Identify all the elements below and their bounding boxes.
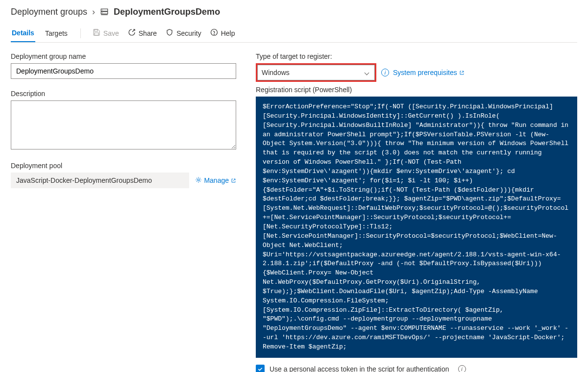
desc-label: Description	[11, 90, 236, 98]
svg-rect-1	[101, 11, 108, 14]
share-label: Share	[139, 29, 157, 37]
share-icon	[128, 28, 136, 38]
pat-checkbox[interactable]	[256, 365, 265, 372]
manage-link[interactable]: Manage	[195, 176, 236, 185]
script-label: Registration script (PowerShell)	[256, 86, 577, 94]
svg-point-8	[214, 34, 214, 35]
share-button[interactable]: Share	[128, 28, 157, 38]
external-link-icon	[231, 178, 236, 183]
name-label: Deployment group name	[11, 52, 236, 60]
help-button[interactable]: Help	[210, 28, 235, 38]
toolbar: Details Targets Save Share Security Help	[11, 24, 577, 43]
pat-label: Use a personal access token in the scrip…	[270, 365, 449, 372]
pool-value: JavaScript-Docker-DeploymentGroupsDemo	[11, 173, 189, 188]
info-icon: i	[381, 69, 389, 76]
security-button[interactable]: Security	[166, 28, 201, 38]
type-label: Type of target to register:	[256, 52, 577, 60]
prereq-link[interactable]: i System prerequisites	[381, 69, 465, 76]
tab-details[interactable]: Details	[11, 24, 35, 42]
breadcrumb: Deployment groups › DeploymentGroupsDemo	[11, 7, 577, 17]
help-icon	[210, 28, 218, 38]
target-type-value: Windows	[262, 69, 290, 76]
pool-label: Deployment pool	[11, 162, 236, 170]
svg-rect-5	[95, 29, 98, 31]
server-icon	[100, 8, 109, 17]
desc-input[interactable]	[11, 100, 236, 149]
help-label: Help	[221, 29, 235, 37]
external-link-icon	[459, 70, 465, 75]
prereq-label: System prerequisites	[393, 69, 457, 76]
svg-rect-0	[101, 9, 108, 11]
gear-icon	[195, 176, 202, 185]
target-type-select[interactable]: Windows	[257, 65, 375, 80]
tab-targets[interactable]: Targets	[44, 24, 69, 42]
save-button: Save	[93, 28, 119, 38]
save-label: Save	[103, 29, 119, 37]
breadcrumb-separator: ›	[92, 7, 95, 17]
security-label: Security	[176, 29, 201, 37]
svg-rect-6	[95, 33, 98, 35]
shield-icon	[166, 28, 173, 38]
chevron-down-icon	[365, 70, 369, 75]
breadcrumb-current: DeploymentGroupsDemo	[114, 7, 220, 17]
breadcrumb-parent[interactable]: Deployment groups	[11, 7, 87, 17]
registration-script[interactable]: $ErrorActionPreference="Stop";If(-NOT ([…	[256, 97, 577, 358]
name-input[interactable]	[11, 63, 236, 79]
svg-point-9	[197, 178, 199, 180]
manage-label: Manage	[204, 176, 229, 184]
save-icon	[93, 28, 100, 38]
separator	[80, 28, 81, 38]
info-icon[interactable]: i	[458, 365, 466, 372]
